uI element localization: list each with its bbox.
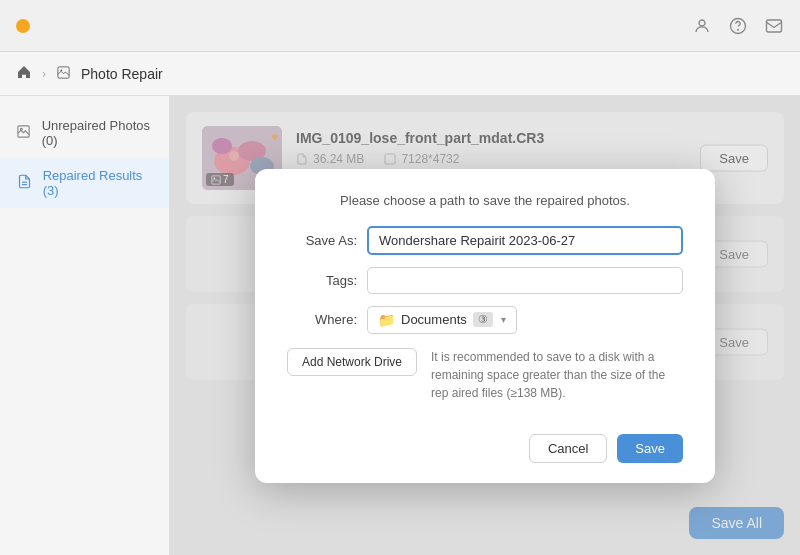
save-as-input[interactable] [367, 226, 683, 255]
sidebar-item-unrepaired[interactable]: Unrepaired Photos (0) [0, 108, 169, 158]
sidebar-item-repaired[interactable]: Repaired Results (3) [0, 158, 169, 208]
page-title: Photo Repair [81, 66, 163, 82]
user-icon[interactable] [692, 16, 712, 36]
dialog-actions: Cancel Save [287, 434, 683, 463]
photo-repair-icon [56, 65, 71, 83]
traffic-light-yellow[interactable] [16, 19, 30, 33]
chevron-down-icon: ▾ [501, 314, 506, 325]
home-icon[interactable] [16, 64, 32, 84]
svg-point-2 [738, 29, 739, 30]
cancel-button[interactable]: Cancel [529, 434, 607, 463]
overlay: Please choose a path to save the repaire… [170, 96, 800, 555]
title-bar [0, 0, 800, 52]
where-label: Where: [287, 312, 357, 327]
dialog-where-row: Where: 📁 Documents ③ ▾ [287, 306, 683, 334]
dialog-save-as-row: Save As: [287, 226, 683, 255]
mail-icon[interactable] [764, 16, 784, 36]
sidebar-item-unrepaired-label: Unrepaired Photos (0) [42, 118, 153, 148]
save-button[interactable]: Save [617, 434, 683, 463]
sidebar-item-repaired-label: Repaired Results (3) [43, 168, 153, 198]
where-select[interactable]: 📁 Documents ③ ▾ [367, 306, 517, 334]
title-bar-icons [692, 16, 784, 36]
tags-input[interactable] [367, 267, 683, 294]
where-badge: ③ [473, 312, 493, 327]
main-layout: Unrepaired Photos (0) Repaired Results (… [0, 96, 800, 555]
help-icon[interactable] [728, 16, 748, 36]
svg-rect-3 [767, 20, 782, 32]
unrepaired-icon [16, 124, 32, 142]
where-folder-name: Documents [401, 312, 467, 327]
content-area: 7 ♥ IMG_0109_lose_front_part_mdat.CR3 36… [170, 96, 800, 555]
sidebar: Unrepaired Photos (0) Repaired Results (… [0, 96, 170, 555]
dialog-title: Please choose a path to save the repaire… [287, 193, 683, 208]
save-as-label: Save As: [287, 233, 357, 248]
dialog-tags-row: Tags: [287, 267, 683, 294]
repaired-icon [16, 174, 33, 192]
tags-label: Tags: [287, 273, 357, 288]
breadcrumb-separator: › [42, 67, 46, 81]
dialog-note: It is recommended to save to a disk with… [431, 348, 683, 402]
breadcrumb: › Photo Repair [0, 52, 800, 96]
folder-icon: 📁 [378, 312, 395, 328]
svg-point-0 [699, 20, 705, 26]
save-dialog: Please choose a path to save the repaire… [255, 169, 715, 483]
add-network-drive-button[interactable]: Add Network Drive [287, 348, 417, 376]
